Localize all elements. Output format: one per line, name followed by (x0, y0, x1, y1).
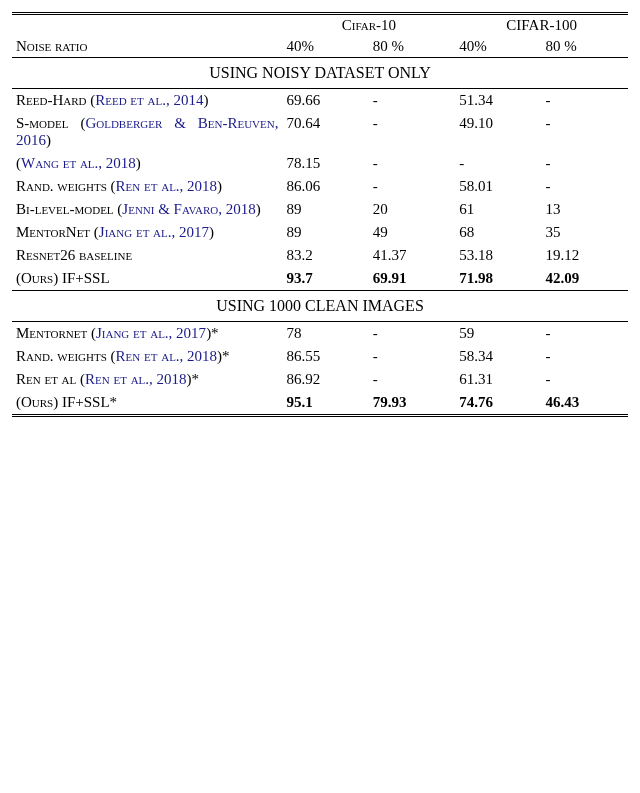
method-name: Bi-level-model (16, 201, 114, 217)
table-row: Reed-Hard (Reed et al., 2014) 69.66 - 51… (12, 89, 628, 113)
val: 69.66 (282, 89, 368, 113)
method-name: Reed-Hard (16, 92, 86, 108)
table-row: Bi-level-model (Jenni & Favaro, 2018) 89… (12, 198, 628, 221)
citation: Jiang et al., 2017 (99, 224, 209, 240)
val: 46.43 (542, 391, 628, 416)
method-name: Mentornet (16, 325, 87, 341)
citation: Jiang et al., 2017 (96, 325, 206, 341)
val: 86.06 (282, 175, 368, 198)
val: 42.09 (542, 267, 628, 291)
citation: Ren et al., 2018 (116, 178, 218, 194)
section-clean: USING 1000 CLEAN IMAGES (12, 291, 628, 322)
val: 93.7 (282, 267, 368, 291)
header-cifar10: Cifar-10 (342, 17, 396, 33)
val: - (369, 112, 455, 152)
val: 20 (369, 198, 455, 221)
method-name: (Ours) IF+SSL* (16, 394, 117, 410)
val: 70.64 (282, 112, 368, 152)
method-name: MentorNet (16, 224, 90, 240)
val: 79.93 (369, 391, 455, 416)
val: 13 (542, 198, 628, 221)
val: 61.31 (455, 368, 541, 391)
table-row: Rand. weights (Ren et al., 2018) 86.06 -… (12, 175, 628, 198)
method-name: S-model (16, 115, 68, 131)
table-row: Ren et al (Ren et al., 2018)* 86.92 - 61… (12, 368, 628, 391)
val: - (369, 368, 455, 391)
citation: Wang et al., 2018 (21, 155, 136, 171)
method-name: Rand. weights (16, 348, 107, 364)
val: - (542, 112, 628, 152)
val: 49.10 (455, 112, 541, 152)
val: 86.55 (282, 345, 368, 368)
col-80-a: 80 % (369, 36, 455, 58)
table-row: (Wang et al., 2018) 78.15 - - - (12, 152, 628, 175)
header-cifar100: CIFAR-100 (506, 17, 577, 33)
citation: Ren et al., 2018 (85, 371, 187, 387)
table-row: (Ours) IF+SSL* 95.1 79.93 74.76 46.43 (12, 391, 628, 416)
table-row: Mentornet (Jiang et al., 2017)* 78 - 59 … (12, 322, 628, 346)
val: 58.34 (455, 345, 541, 368)
results-table: Cifar-10 CIFAR-100 Noise ratio 40% 80 % … (12, 12, 628, 417)
val: - (455, 152, 541, 175)
val: 53.18 (455, 244, 541, 267)
method-name: (Ours) IF+SSL (16, 270, 110, 286)
val: 78 (282, 322, 368, 346)
val: 89 (282, 198, 368, 221)
val: - (542, 345, 628, 368)
val: 74.76 (455, 391, 541, 416)
val: 41.37 (369, 244, 455, 267)
val: - (369, 345, 455, 368)
table-row: Rand. weights (Ren et al., 2018)* 86.55 … (12, 345, 628, 368)
col-80-b: 80 % (542, 36, 628, 58)
val: 83.2 (282, 244, 368, 267)
col-40-a: 40% (282, 36, 368, 58)
citation: Reed et al., 2014 (95, 92, 203, 108)
val: 51.34 (455, 89, 541, 113)
val: 95.1 (282, 391, 368, 416)
val: 86.92 (282, 368, 368, 391)
val: - (542, 152, 628, 175)
val: 61 (455, 198, 541, 221)
val: - (542, 175, 628, 198)
val: - (542, 368, 628, 391)
val: 58.01 (455, 175, 541, 198)
section-noisy: USING NOISY DATASET ONLY (12, 58, 628, 89)
table-row: S-model (Goldberger & Ben-Reuven, 2016) … (12, 112, 628, 152)
val: 71.98 (455, 267, 541, 291)
val: - (542, 89, 628, 113)
noise-ratio-label: Noise ratio (16, 38, 87, 54)
val: 89 (282, 221, 368, 244)
table-row: MentorNet (Jiang et al., 2017) 89 49 68 … (12, 221, 628, 244)
val: - (542, 322, 628, 346)
citation: Ren et al., 2018 (116, 348, 218, 364)
val: - (369, 175, 455, 198)
table-row: Resnet26 baseline 83.2 41.37 53.18 19.12 (12, 244, 628, 267)
table-row: (Ours) IF+SSL 93.7 69.91 71.98 42.09 (12, 267, 628, 291)
val: 49 (369, 221, 455, 244)
val: 59 (455, 322, 541, 346)
val: - (369, 152, 455, 175)
val: 19.12 (542, 244, 628, 267)
method-name: Resnet26 baseline (16, 247, 132, 263)
citation: Jenni & Favaro, 2018 (122, 201, 255, 217)
val: 35 (542, 221, 628, 244)
val: - (369, 89, 455, 113)
col-40-b: 40% (455, 36, 541, 58)
val: 78.15 (282, 152, 368, 175)
val: - (369, 322, 455, 346)
method-name: Rand. weights (16, 178, 107, 194)
val: 69.91 (369, 267, 455, 291)
method-name: Ren et al (16, 371, 76, 387)
val: 68 (455, 221, 541, 244)
